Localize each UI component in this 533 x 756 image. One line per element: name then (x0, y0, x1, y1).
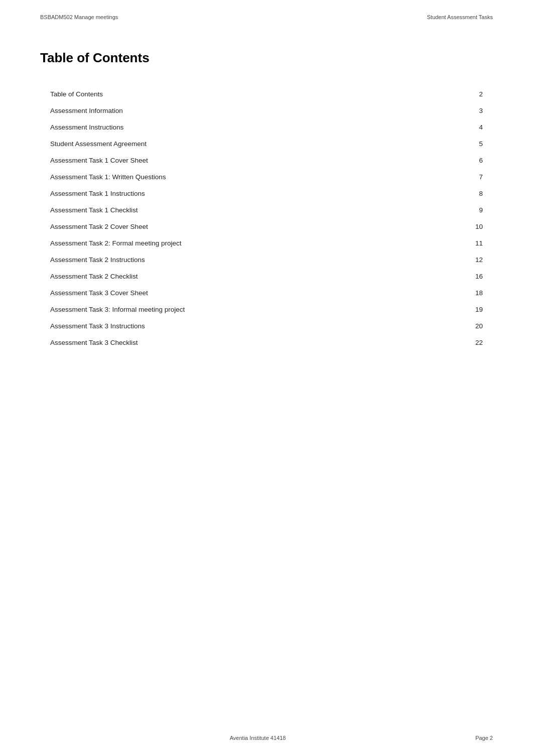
toc-item-label: Assessment Task 2 Instructions (40, 251, 425, 268)
toc-table: Table of Contents2Assessment Information… (40, 86, 493, 351)
toc-item-label: Assessment Task 3 Checklist (40, 334, 425, 351)
toc-item-label: Assessment Task 1 Instructions (40, 185, 425, 202)
toc-item-label: Assessment Task 3: Informal meeting proj… (40, 301, 425, 318)
toc-item-label: Table of Contents (40, 86, 425, 102)
toc-item-page: 3 (425, 102, 493, 119)
toc-row: Assessment Task 1 Cover Sheet6 (40, 152, 493, 169)
toc-row: Assessment Task 3 Instructions20 (40, 318, 493, 334)
header-right-text: Student Assessment Tasks (427, 14, 493, 20)
toc-item-page: 5 (425, 136, 493, 152)
toc-row: Assessment Task 1: Written Questions7 (40, 169, 493, 185)
toc-item-page: 19 (425, 301, 493, 318)
toc-row: Assessment Task 3 Cover Sheet18 (40, 285, 493, 301)
toc-row: Assessment Task 1 Checklist9 (40, 202, 493, 218)
toc-item-page: 18 (425, 285, 493, 301)
toc-item-label: Assessment Task 3 Cover Sheet (40, 285, 425, 301)
toc-row: Student Assessment Agreement5 (40, 136, 493, 152)
toc-item-page: 6 (425, 152, 493, 169)
page-header: BSBADM502 Manage meetings Student Assess… (0, 0, 533, 20)
toc-item-page: 12 (425, 251, 493, 268)
main-content: Table of Contents Table of Contents2Asse… (0, 20, 533, 391)
toc-row: Table of Contents2 (40, 86, 493, 102)
toc-item-label: Assessment Task 1: Written Questions (40, 169, 425, 185)
toc-item-page: 2 (425, 86, 493, 102)
toc-row: Assessment Task 2 Checklist16 (40, 268, 493, 285)
header-left-text: BSBADM502 Manage meetings (40, 14, 118, 20)
page-title: Table of Contents (40, 50, 493, 66)
toc-item-page: 8 (425, 185, 493, 202)
toc-item-label: Assessment Task 3 Instructions (40, 318, 425, 334)
toc-row: Assessment Task 2 Instructions12 (40, 251, 493, 268)
page-footer: Aventia Institute 41418 Page 2 (0, 735, 533, 741)
toc-item-page: 22 (425, 334, 493, 351)
toc-item-label: Assessment Task 1 Checklist (40, 202, 425, 218)
toc-item-label: Assessment Information (40, 102, 425, 119)
toc-item-page: 7 (425, 169, 493, 185)
toc-item-label: Assessment Task 2: Formal meeting projec… (40, 235, 425, 251)
toc-row: Assessment Instructions4 (40, 119, 493, 136)
toc-item-page: 9 (425, 202, 493, 218)
toc-item-label: Assessment Task 2 Cover Sheet (40, 218, 425, 235)
toc-item-page: 4 (425, 119, 493, 136)
toc-item-label: Assessment Instructions (40, 119, 425, 136)
toc-row: Assessment Task 3: Informal meeting proj… (40, 301, 493, 318)
toc-item-page: 11 (425, 235, 493, 251)
toc-row: Assessment Task 2: Formal meeting projec… (40, 235, 493, 251)
toc-item-label: Student Assessment Agreement (40, 136, 425, 152)
toc-row: Assessment Task 1 Instructions8 (40, 185, 493, 202)
toc-item-page: 10 (425, 218, 493, 235)
toc-item-label: Assessment Task 2 Checklist (40, 268, 425, 285)
toc-row: Assessment Information3 (40, 102, 493, 119)
toc-item-label: Assessment Task 1 Cover Sheet (40, 152, 425, 169)
toc-item-page: 20 (425, 318, 493, 334)
footer-center: Aventia Institute 41418 (230, 735, 286, 741)
toc-row: Assessment Task 2 Cover Sheet10 (40, 218, 493, 235)
toc-item-page: 16 (425, 268, 493, 285)
page: BSBADM502 Manage meetings Student Assess… (0, 0, 533, 756)
footer-right: Page 2 (475, 735, 493, 741)
toc-row: Assessment Task 3 Checklist22 (40, 334, 493, 351)
